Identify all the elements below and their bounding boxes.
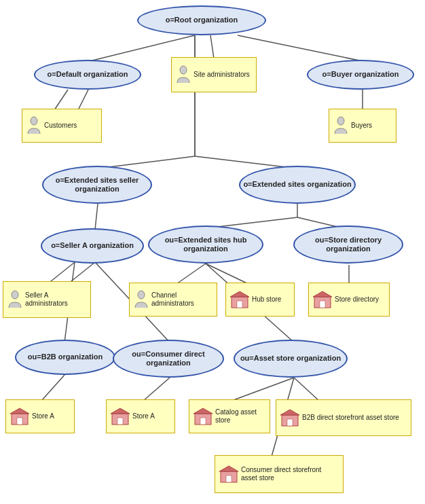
svg-point-28 (180, 66, 187, 74)
ext-sites-org-node: o=Extended sites organization (239, 166, 356, 204)
svg-line-4 (54, 90, 68, 110)
person-icon (176, 65, 191, 84)
ext-seller-org-node: o=Extended sites seller organization (42, 166, 152, 204)
seller-a-admins-box: Seller A administrators (3, 281, 91, 318)
svg-marker-46 (193, 408, 212, 414)
b2b-org-node: ou=B2B organization (15, 340, 115, 375)
person-icon (134, 290, 149, 309)
svg-line-1 (210, 35, 214, 58)
svg-marker-34 (230, 291, 249, 297)
store-icon (219, 465, 238, 484)
root-org-node: o=Root organization (137, 5, 266, 35)
seller-a-org-node: o=Seller A organization (41, 228, 144, 264)
store-icon (111, 407, 130, 426)
svg-point-29 (31, 117, 37, 125)
b2b-direct-box: B2B direct storefront asset store (276, 399, 411, 436)
org-diagram: o=Root organization o=Default organizati… (0, 0, 425, 504)
svg-marker-49 (280, 410, 299, 415)
catalog-asset-box: Catalog asset store (189, 399, 270, 433)
store-icon (10, 407, 29, 426)
svg-marker-52 (219, 466, 238, 471)
person-icon (7, 290, 22, 309)
store-icon (230, 290, 249, 309)
default-org-node: o=Default organization (34, 60, 141, 90)
site-admins-box: Site administrators (171, 57, 257, 92)
svg-rect-38 (320, 301, 325, 308)
svg-rect-47 (200, 418, 206, 425)
store-icon (313, 290, 332, 309)
asset-store-org-node: ou=Asset store organization (234, 340, 348, 378)
svg-point-31 (12, 291, 18, 299)
person-icon (26, 116, 41, 135)
store-a-consumer-box: Store A (106, 399, 175, 433)
svg-marker-40 (10, 408, 29, 414)
buyers-box: Buyers (329, 109, 396, 143)
svg-marker-37 (313, 291, 332, 297)
buyer-org-node: o=Buyer organization (307, 60, 414, 90)
store-icon (280, 408, 299, 427)
customers-box: Customers (22, 109, 102, 143)
svg-rect-50 (287, 419, 293, 426)
svg-line-11 (95, 204, 98, 230)
svg-rect-41 (17, 418, 22, 425)
consumer-direct-store-box: Consumer direct storefront asset store (215, 455, 344, 493)
consumer-direct-org-node: ou=Consumer direct organization (113, 340, 224, 378)
svg-line-24 (143, 378, 170, 401)
ext-hub-org-node: ou=Extended sites hub organization (148, 226, 263, 264)
svg-line-26 (294, 378, 319, 401)
svg-line-25 (232, 378, 294, 401)
store-icon (193, 407, 212, 426)
person-icon (333, 116, 348, 135)
hub-store-box: Hub store (225, 283, 295, 317)
svg-rect-44 (117, 418, 123, 425)
store-directory-box: Store directory (308, 283, 390, 317)
svg-marker-43 (111, 408, 130, 414)
svg-line-23 (41, 375, 64, 401)
svg-point-30 (337, 117, 344, 125)
store-a-b2b-box: Store A (5, 399, 75, 433)
svg-point-32 (138, 291, 145, 299)
store-dir-org-node: ou=Store directory organization (293, 226, 403, 264)
svg-rect-53 (226, 475, 232, 482)
channel-admins-box: Channel administrators (129, 283, 217, 317)
svg-rect-35 (237, 301, 242, 308)
svg-line-5 (78, 90, 88, 110)
